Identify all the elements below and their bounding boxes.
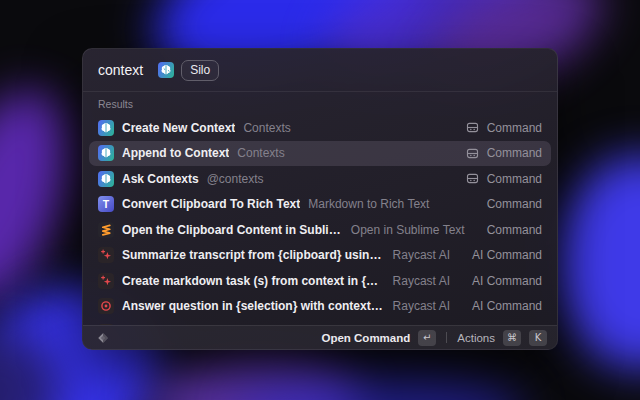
sublime-text-icon	[98, 222, 114, 238]
result-type: Command	[487, 197, 542, 211]
list-item[interactable]: Ask Contexts @contexts Command	[89, 166, 551, 192]
result-type: AI Command	[472, 274, 542, 288]
list-item[interactable]: Summarize transcript from {clipboard} us…	[89, 243, 551, 269]
result-title: Create New Context	[122, 121, 235, 135]
scope-badge-label[interactable]: Silo	[181, 60, 219, 81]
result-subtitle: Open in Sublime Text	[351, 223, 465, 237]
brain-icon	[98, 120, 114, 136]
result-title: Ask Contexts	[122, 172, 199, 186]
scope-tag[interactable]: Silo	[158, 60, 219, 81]
result-subtitle: Raycast AI	[393, 274, 450, 288]
footer-divider	[446, 332, 447, 343]
result-subtitle: Raycast AI	[393, 299, 450, 313]
result-title: Open the Clipboard Content in Sublime Te…	[122, 223, 343, 237]
result-subtitle: @contexts	[207, 172, 264, 186]
app-window-icon	[466, 172, 479, 185]
open-command-button[interactable]: Open Command	[321, 332, 410, 344]
list-item[interactable]: Create New Context Contexts Command	[89, 115, 551, 141]
app-window-icon	[466, 147, 479, 160]
result-subtitle: Contexts	[243, 121, 290, 135]
list-item[interactable]: Answer question in {selection} with cont…	[89, 294, 551, 320]
cmd-key-badge: ⌘	[503, 330, 521, 346]
result-type: Command	[487, 146, 542, 160]
return-key-badge: ↵	[418, 330, 436, 346]
brain-icon	[158, 62, 174, 78]
result-subtitle: Markdown to Rich Text	[308, 197, 429, 211]
wallpaper-right-blue	[555, 155, 640, 370]
result-type: AI Command	[472, 299, 542, 313]
raycast-logo-icon	[96, 331, 110, 345]
list-item-selected[interactable]: Append to Context Contexts Command	[89, 141, 551, 167]
action-bar: Open Command ↵ Actions ⌘ K	[83, 325, 557, 349]
result-type: Command	[487, 172, 542, 186]
result-type: Command	[487, 121, 542, 135]
k-key-badge: K	[529, 330, 547, 346]
search-bar[interactable]: context Silo	[83, 49, 557, 92]
ai-sparkle-icon	[98, 247, 114, 263]
search-input[interactable]: context	[98, 62, 143, 78]
result-title: Answer question in {selection} with cont…	[122, 299, 385, 313]
result-title: Create markdown task (s) from context in…	[122, 274, 385, 288]
result-title: Append to Context	[122, 146, 229, 160]
result-title: Convert Clipboard To Rich Text	[122, 197, 300, 211]
result-type: Command	[487, 223, 542, 237]
result-title: Summarize transcript from {clipboard} us…	[122, 248, 385, 262]
list-item[interactable]: Open the Clipboard Content in Sublime Te…	[89, 217, 551, 243]
ai-sparkle-icon	[98, 273, 114, 289]
list-item[interactable]: Create markdown task (s) from context in…	[89, 268, 551, 294]
result-subtitle: Raycast AI	[393, 248, 450, 262]
brain-icon	[98, 145, 114, 161]
letter-t-icon: T	[98, 196, 114, 212]
actions-button[interactable]: Actions	[457, 332, 495, 344]
result-subtitle: Contexts	[237, 146, 284, 160]
app-window-icon	[466, 121, 479, 134]
results-list[interactable]: Create New Context Contexts Command Appe…	[83, 113, 557, 325]
command-palette-window: context Silo Results Create New Context …	[82, 48, 558, 350]
result-type: AI Command	[472, 248, 542, 262]
brain-icon	[98, 171, 114, 187]
list-item[interactable]: T Convert Clipboard To Rich Text Markdow…	[89, 192, 551, 218]
results-section-label: Results	[98, 98, 542, 111]
target-icon	[98, 298, 114, 314]
